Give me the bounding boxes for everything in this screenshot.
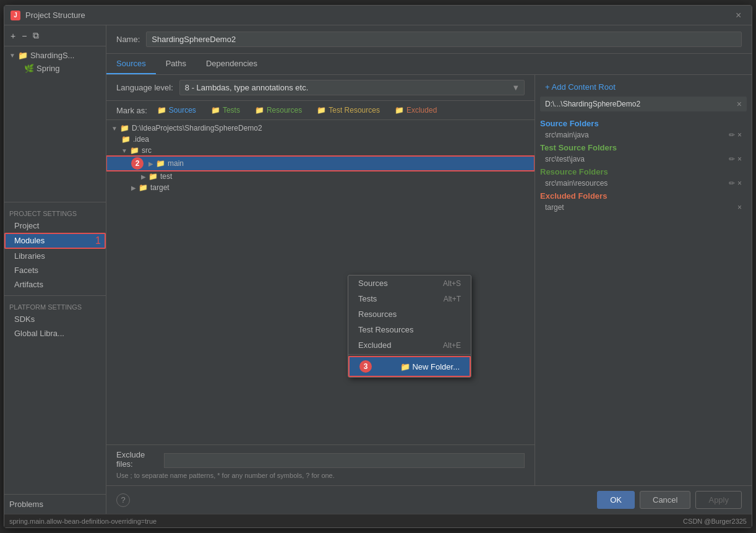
sidebar-item-libraries[interactable]: Libraries [4,249,106,263]
file-item-src[interactable]: ▼ 📁 src [106,145,535,156]
edit-icon[interactable]: ✏ [729,131,735,139]
ctx-item-excluded[interactable]: Excluded Alt+E [348,337,471,353]
mark-tests-badge[interactable]: 📁 Tests [206,105,245,116]
ctx-label: Resources [358,310,397,319]
sidebar-item-artifacts[interactable]: Artifacts [4,277,106,292]
copy-module-button[interactable]: ⧉ [32,29,40,42]
title-bar-left: J Project Structure [11,11,85,20]
excluded-folder-path: target [545,203,737,212]
edit-icon[interactable]: ✏ [729,179,735,188]
folder-icon: 📁 [18,51,28,60]
resource-folder-path: src\main\resources [545,179,729,188]
cancel-button[interactable]: Cancel [640,491,690,509]
mark-as-row: Mark as: 📁 Sources 📁 Tests 📁 Resources [106,101,535,120]
ok-button[interactable]: OK [597,491,635,509]
sidebar-toolbar: + − ⧉ [4,25,106,46]
tests-badge-label: Tests [223,106,240,115]
tab-content: Language level: 8 - Lambdas, type annota… [106,75,752,485]
close-button[interactable]: × [736,11,745,20]
title-bar: J Project Structure × [4,6,752,25]
ctx-item-sources[interactable]: Sources Alt+S [348,275,471,291]
resource-folders-title: Resource Folders [540,167,747,176]
platform-settings-section: Platform Settings SDKs Global Libra... [4,295,106,344]
folder-icon: 📁 [130,146,139,155]
add-content-root-button[interactable]: + Add Content Root [540,80,747,94]
file-item-test[interactable]: ▶ 📁 test [106,171,535,182]
file-item-idea[interactable]: 📁 .idea [106,134,535,145]
tab-dependencies[interactable]: Dependencies [196,54,267,74]
file-item-root[interactable]: ▼ 📁 D:\IdeaProjects\ShardingSphereDemo2 [106,123,535,134]
modules-badge: 1 [95,235,101,246]
remove-icon[interactable]: × [737,131,742,139]
excluded-folders-section: Excluded Folders target × [540,189,747,213]
platform-settings-header: Platform Settings [4,300,106,312]
ctx-item-new-folder[interactable]: 3 📁 New Folder... [348,356,471,377]
mark-resources-badge[interactable]: 📁 Resources [250,105,307,116]
ctx-item-tests[interactable]: Tests Alt+T [348,291,471,306]
remove-icon[interactable]: × [737,155,742,163]
dialog-title: Project Structure [25,11,85,20]
context-menu: Sources Alt+S Tests Alt+T Resources [348,275,471,378]
footer: ? OK Cancel Apply [106,485,752,514]
content-area: Name: Sources Paths Dependencies Languag… [106,25,752,514]
step-badge-2: 2 [131,157,144,170]
tree-item-sharding[interactable]: ▼ 📁 ShardingS... [4,49,106,62]
sidebar-item-sdks[interactable]: SDKs [4,312,106,326]
content-root-path-label: D:\...\ShardingSphereDemo2 [545,100,640,108]
lang-select-wrapper: 8 - Lambdas, type annotations etc. ▼ [179,80,525,95]
excluded-folders-title: Excluded Folders [540,191,747,201]
step-badge-3: 3 [359,360,372,373]
chevron-down-icon: ▼ [121,147,127,154]
tree-item-spring[interactable]: 🌿 Spring [4,62,106,75]
add-module-button[interactable]: + [9,30,17,42]
test-source-folders-title: Test Source Folders [540,143,747,152]
sidebar-item-facets[interactable]: Facets [4,263,106,277]
mark-excluded-badge[interactable]: 📁 Excluded [390,105,442,116]
tab-paths[interactable]: Paths [156,54,196,74]
lang-select[interactable]: 8 - Lambdas, type annotations etc. [179,80,525,95]
ctx-label: Sources [358,279,388,288]
apply-button[interactable]: Apply [695,491,742,509]
excluded-folder-actions[interactable]: × [737,203,742,212]
app-icon: J [11,11,20,20]
test-source-folder-path: src\test\java [545,155,729,163]
content-root-close-button[interactable]: × [737,99,742,109]
remove-module-button[interactable]: − [20,30,28,42]
tree-item-spring-label: Spring [37,64,60,73]
name-label: Name: [116,35,140,44]
name-row: Name: [106,25,752,54]
tabs: Sources Paths Dependencies [106,54,752,75]
file-item-main[interactable]: 2 ▶ 📁 main [106,156,535,171]
file-item-target[interactable]: ▶ 📁 target [106,182,535,193]
ctx-item-resources[interactable]: Resources [348,306,471,322]
ctx-divider [348,354,471,355]
exclude-files-input[interactable] [164,453,525,468]
exclude-files-label: Exclude files: [116,450,158,469]
problems-section[interactable]: Problems [4,494,106,514]
tests-folder-icon: 📁 [211,106,220,115]
remove-icon[interactable]: × [737,203,742,212]
mark-sources-badge[interactable]: 📁 Sources [152,105,201,116]
file-label: target [150,183,170,192]
sidebar-item-modules[interactable]: Modules 1 [4,233,106,249]
ctx-label: Tests [358,294,377,303]
excluded-folder-entry-0: target × [540,202,747,213]
sidebar-item-project[interactable]: Project [4,219,106,233]
ctx-item-test-resources[interactable]: Test Resources [348,322,471,337]
edit-icon[interactable]: ✏ [729,155,735,163]
help-button[interactable]: ? [116,493,130,507]
folder-icon: 📁 [148,172,158,181]
exclude-files-section: Exclude files: Use ; to separate name pa… [106,444,535,485]
sidebar-item-global-libs[interactable]: Global Libra... [4,326,106,340]
test-source-folder-actions[interactable]: ✏ × [729,155,742,163]
sidebar: + − ⧉ ▼ 📁 ShardingS... 🌿 Spring Project … [4,25,106,514]
tab-sources[interactable]: Sources [106,54,156,74]
source-folders-section: Source Folders src\main\java ✏ × [540,116,747,141]
file-label: D:\IdeaProjects\ShardingSphereDemo2 [132,124,262,132]
resource-folder-actions[interactable]: ✏ × [729,179,742,188]
source-folder-actions[interactable]: ✏ × [729,131,742,139]
resources-badge-label: Resources [267,106,302,115]
name-input[interactable] [146,32,742,47]
remove-icon[interactable]: × [737,179,742,188]
mark-test-resources-badge[interactable]: 📁 Test Resources [312,105,385,116]
